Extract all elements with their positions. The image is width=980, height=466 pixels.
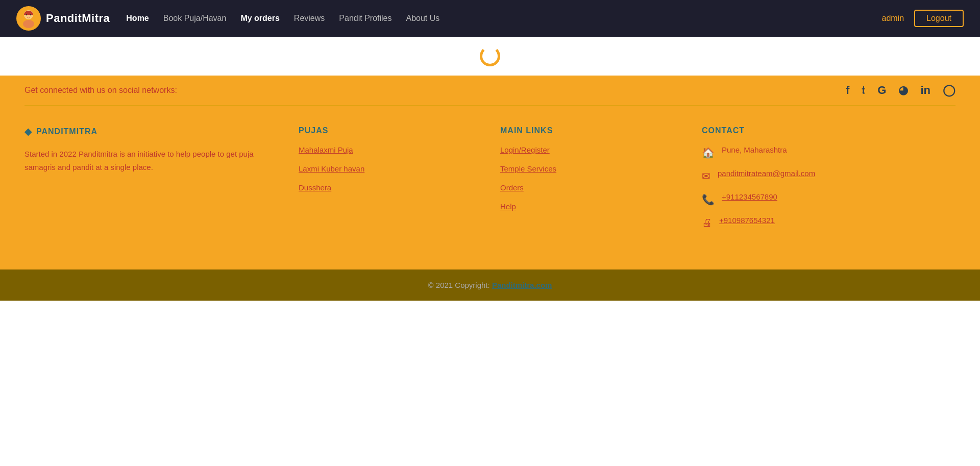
footer-main: ◆ PANDITMITRA Started in 2022 Panditmitr… (0, 106, 980, 269)
nav-link-pandit[interactable]: Pandit Profiles (339, 14, 391, 22)
mainlink-help[interactable]: Help (500, 202, 681, 211)
nav-link-book[interactable]: Book Puja/Havan (163, 14, 227, 22)
loading-spinner (480, 46, 500, 66)
pujas-col-title: PUJAS (299, 126, 480, 135)
contact-phone-text[interactable]: +911234567890 (722, 192, 777, 201)
contact-fax: 🖨 +910987654321 (702, 216, 955, 229)
home-icon: 🏠 (702, 146, 715, 159)
nav-link-reviews[interactable]: Reviews (294, 14, 325, 22)
navbar-logo: PanditMitra (16, 6, 110, 31)
nav-link-home[interactable]: Home (126, 14, 149, 22)
nav-item-about[interactable]: About Us (406, 14, 440, 23)
puja-link-laxmi[interactable]: Laxmi Kuber havan (299, 164, 480, 173)
mainlink-temple[interactable]: Temple Services (500, 164, 681, 173)
footer-contact-col: CONTACT 🏠 Pune, Maharashtra ✉ panditmitr… (702, 126, 955, 239)
contact-address: 🏠 Pune, Maharashtra (702, 145, 955, 159)
mainlink-orders[interactable]: Orders (500, 183, 681, 192)
google-icon[interactable]: G (877, 84, 886, 97)
linkedin-icon[interactable]: in (920, 84, 930, 97)
below-footer-space (0, 301, 980, 393)
mainlinks-col-title: MAIN LINKS (500, 126, 681, 135)
logo-icon (16, 6, 41, 31)
svg-point-3 (26, 14, 27, 15)
diamond-icon: ◆ (24, 126, 32, 137)
svg-point-4 (30, 14, 31, 15)
nav-item-pandit[interactable]: Pandit Profiles (339, 14, 391, 23)
phone-icon: 📞 (702, 193, 715, 206)
puja-link-mahalaxmi[interactable]: Mahalaxmi Puja (299, 145, 480, 154)
nav-link-about[interactable]: About Us (406, 14, 440, 22)
contact-fax-text[interactable]: +910987654321 (719, 216, 775, 225)
navbar-brand: PanditMitra (46, 12, 110, 25)
email-icon: ✉ (702, 170, 710, 182)
nav-item-reviews[interactable]: Reviews (294, 14, 325, 23)
svg-point-1 (23, 20, 34, 28)
contact-email: ✉ panditmitrateam@gmail.com (702, 169, 955, 182)
footer-pujas-col: PUJAS Mahalaxmi Puja Laxmi Kuber havan D… (299, 126, 480, 239)
navbar-links: Home Book Puja/Havan My orders Reviews P… (126, 14, 439, 23)
instagram-icon[interactable]: ◕ (898, 84, 908, 97)
copyright-link[interactable]: Panditmitra.com (492, 281, 552, 289)
about-description: Started in 2022 Panditmitra is an initia… (24, 148, 278, 174)
github-icon[interactable]: ◯ (943, 84, 955, 97)
social-bar-text: Get connected with us on social networks… (24, 86, 177, 95)
puja-link-dusshera[interactable]: Dusshera (299, 183, 480, 192)
about-col-title: ◆ PANDITMITRA (24, 126, 278, 137)
contact-col-title: CONTACT (702, 126, 955, 135)
loading-area (0, 37, 980, 76)
navbar: PanditMitra Home Book Puja/Havan My orde… (0, 0, 980, 37)
contact-email-text[interactable]: panditmitrateam@gmail.com (718, 169, 815, 178)
nav-link-myorders[interactable]: My orders (240, 14, 279, 22)
navbar-username: admin (881, 14, 904, 23)
copyright-text: © 2021 Copyright: (428, 281, 490, 289)
facebook-icon[interactable]: f (846, 84, 849, 97)
footer-bottom: © 2021 Copyright: Panditmitra.com (0, 269, 980, 301)
nav-item-book[interactable]: Book Puja/Havan (163, 14, 227, 23)
social-bar: Get connected with us on social networks… (0, 76, 980, 105)
nav-item-myorders[interactable]: My orders (240, 14, 279, 23)
logout-button[interactable]: Logout (914, 10, 964, 27)
mainlink-login[interactable]: Login/Register (500, 145, 681, 154)
footer-about-col: ◆ PANDITMITRA Started in 2022 Panditmitr… (24, 126, 278, 239)
fax-icon: 🖨 (702, 217, 712, 229)
contact-address-text: Pune, Maharashtra (722, 145, 787, 154)
social-icons: f 𝔱 G ◕ in ◯ (846, 84, 955, 97)
footer-mainlinks-col: MAIN LINKS Login/Register Temple Service… (500, 126, 681, 239)
twitter-icon[interactable]: 𝔱 (862, 84, 865, 97)
contact-phone: 📞 +911234567890 (702, 192, 955, 206)
navbar-right: admin Logout (881, 10, 964, 27)
nav-item-home[interactable]: Home (126, 14, 149, 23)
